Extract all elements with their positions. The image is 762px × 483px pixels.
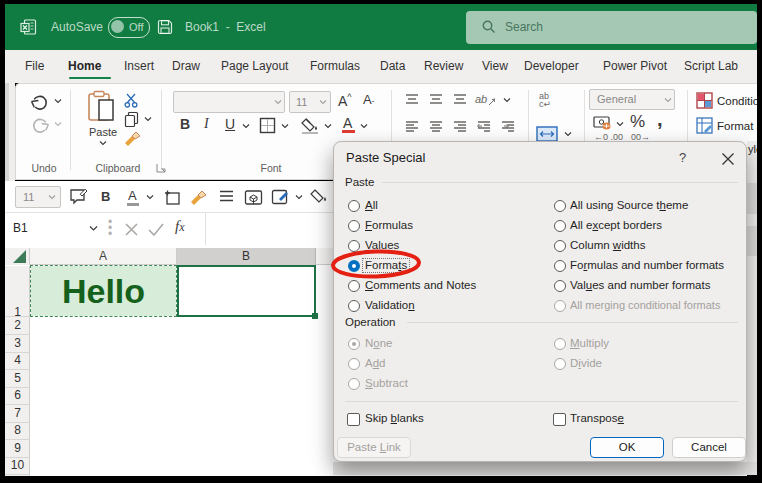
svg-text:ab: ab (475, 93, 487, 105)
